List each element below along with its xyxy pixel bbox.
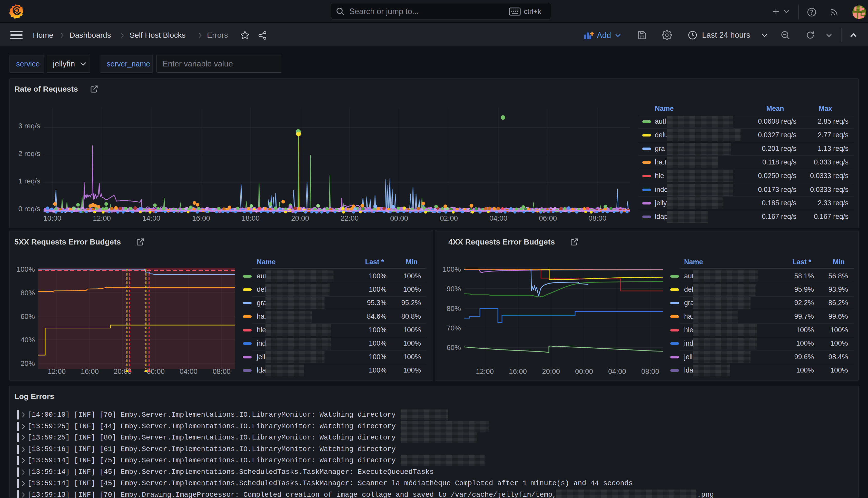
svg-text:04:00: 04:00 xyxy=(608,367,626,375)
svg-text:3 req/s: 3 req/s xyxy=(18,122,40,130)
svg-text:10:00: 10:00 xyxy=(43,214,61,222)
svg-text:00:00: 00:00 xyxy=(575,367,593,375)
svg-text:16:00: 16:00 xyxy=(192,214,210,222)
svg-text:16:00: 16:00 xyxy=(509,367,527,375)
svg-text:20:00: 20:00 xyxy=(542,367,560,375)
svg-text:60%: 60% xyxy=(446,343,461,352)
svg-text:12:00: 12:00 xyxy=(93,214,111,222)
svg-text:100%: 100% xyxy=(442,265,461,273)
svg-text:1 req/s: 1 req/s xyxy=(18,177,40,185)
svg-text:90%: 90% xyxy=(446,285,461,293)
svg-text:70%: 70% xyxy=(446,324,461,332)
svg-text:100%: 100% xyxy=(16,265,35,273)
svg-text:22:00: 22:00 xyxy=(340,214,359,222)
svg-text:08:00: 08:00 xyxy=(588,214,606,222)
svg-text:02:00: 02:00 xyxy=(440,214,458,222)
svg-text:06:00: 06:00 xyxy=(539,214,557,222)
svg-text:60%: 60% xyxy=(21,313,35,320)
svg-text:18:00: 18:00 xyxy=(242,214,259,222)
svg-text:04:00: 04:00 xyxy=(490,214,507,222)
svg-text:0 req/s: 0 req/s xyxy=(18,205,40,213)
svg-text:80%: 80% xyxy=(21,289,35,297)
svg-text:80%: 80% xyxy=(446,304,461,313)
svg-text:12:00: 12:00 xyxy=(476,367,494,375)
svg-text:20%: 20% xyxy=(21,359,35,367)
svg-text:00:00: 00:00 xyxy=(390,214,408,222)
svg-text:14:00: 14:00 xyxy=(142,214,160,222)
svg-text:20:00: 20:00 xyxy=(291,214,309,222)
svg-text:40%: 40% xyxy=(21,336,35,344)
svg-text:2 req/s: 2 req/s xyxy=(18,149,40,158)
svg-text:08:00: 08:00 xyxy=(641,367,659,375)
